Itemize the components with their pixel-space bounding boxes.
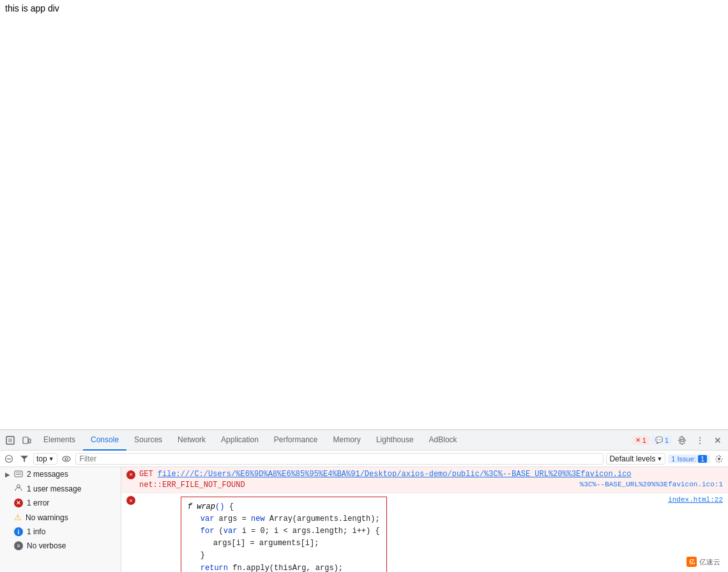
app-div-text: this is app div	[5, 3, 59, 13]
svg-rect-9	[15, 471, 22, 477]
console-entry-axios: ✕ axios==> index.html:22 f wrap() { var …	[121, 493, 728, 572]
console-entry-get-error: ✕ GET file:///C:/Users/%E6%9D%A8%E6%85%9…	[121, 467, 728, 493]
tab-sources[interactable]: Sources	[126, 430, 170, 451]
inspect-element-button[interactable]	[3, 433, 18, 448]
svg-rect-3	[29, 439, 31, 443]
sidebar-item-warnings[interactable]: ▶ ⚠ No warnings	[0, 510, 121, 525]
axios-source-link[interactable]: index.html:22	[668, 495, 723, 505]
clear-console-button[interactable]	[3, 452, 15, 465]
devtools-toolbar: Elements Console Sources Network Applica…	[0, 430, 728, 451]
more-options-button[interactable]: ⋮	[692, 433, 708, 448]
error-badge: ✕ 1	[632, 436, 649, 445]
warning-icon: ⚠	[14, 513, 22, 522]
message-badge: 💬 1	[652, 436, 672, 445]
tab-performance[interactable]: Performance	[266, 430, 326, 451]
error-icon: ✕	[14, 499, 23, 507]
sidebar-item-messages[interactable]: ▶ 2 messages	[0, 467, 121, 481]
console-filter-bar: top ▼ Default levels ▼ 1 Issue: 1	[0, 451, 728, 467]
error-url-link[interactable]: file:///C:/Users/%E6%9D%A8%E6%85%95%E4%B…	[158, 470, 632, 479]
entry-error-icon: ✕	[126, 470, 135, 479]
error-text: net::ERR_FILE_NOT_FOUND	[139, 481, 245, 490]
devtools-panel: Elements Console Sources Network Applica…	[0, 429, 728, 572]
console-messages-area: ▶ 2 messages ▶ 1	[0, 467, 728, 572]
tab-elements[interactable]: Elements	[36, 430, 83, 451]
svg-rect-2	[23, 437, 28, 444]
sidebar-item-verbose[interactable]: ▶ ≡ No verbose	[0, 539, 121, 553]
user-icon	[14, 484, 23, 491]
watermark: 亿 亿速云	[686, 557, 720, 567]
axios-code-block: f wrap() { var args = new Array(argument…	[181, 497, 387, 572]
default-levels-selector[interactable]: Default levels ▼	[606, 453, 665, 465]
context-selector[interactable]: top ▼	[33, 453, 57, 465]
chevron-down-icon: ▼	[49, 456, 54, 462]
tab-network[interactable]: Network	[170, 430, 213, 451]
info-icon: i	[14, 527, 23, 536]
messages-arrow-icon: ▶	[5, 471, 10, 478]
tab-application[interactable]: Application	[213, 430, 266, 451]
sidebar-item-user-messages[interactable]: ▶ 1 user message	[0, 481, 121, 496]
levels-chevron-icon: ▼	[656, 456, 662, 462]
filter-toggle-button[interactable]	[18, 452, 31, 465]
verbose-icon: ≡	[14, 541, 23, 550]
tab-adblock[interactable]: AdBlock	[421, 430, 465, 451]
tab-lighthouse[interactable]: Lighthouse	[368, 430, 421, 451]
devtools-tabs: Elements Console Sources Network Applica…	[36, 430, 631, 451]
svg-point-6	[63, 456, 70, 461]
console-main[interactable]: ✕ GET file:///C:/Users/%E6%9D%A8%E6%85%9…	[121, 467, 728, 572]
tab-memory[interactable]: Memory	[326, 430, 368, 451]
axios-code-content: axios==> index.html:22 f wrap() { var ar…	[139, 495, 723, 572]
close-devtools-button[interactable]: ✕	[710, 433, 725, 448]
sidebar-item-errors[interactable]: ▶ ✕ 1 error	[0, 496, 121, 510]
messages-icon	[14, 470, 23, 478]
get-keyword: GET	[139, 470, 158, 479]
console-sidebar: ▶ 2 messages ▶ 1	[0, 467, 121, 572]
svg-rect-1	[8, 438, 12, 442]
watermark-logo: 亿	[686, 557, 697, 567]
axios-entry-icon: ✕	[126, 496, 135, 506]
tab-console[interactable]: Console	[83, 430, 126, 451]
device-toggle-button[interactable]	[19, 433, 34, 448]
get-error-content: GET file:///C:/Users/%E6%9D%A8%E6%85%95%…	[139, 469, 723, 491]
toolbar-right: ✕ 1 💬 1 ⋮ ✕	[632, 433, 725, 448]
console-filter-input[interactable]	[75, 453, 604, 465]
issue-badge: 1 Issue: 1	[668, 454, 710, 463]
svg-point-8	[718, 458, 720, 460]
settings-button[interactable]	[674, 433, 690, 448]
svg-point-7	[65, 458, 68, 460]
issue-settings-button[interactable]	[713, 452, 725, 465]
error-source-link[interactable]: %3C%--BASE_URL%20%%3Efavicon.ico:1	[580, 480, 723, 490]
sidebar-item-info[interactable]: ▶ i 1 info	[0, 525, 121, 539]
page-content: this is app div	[0, 0, 728, 429]
eye-toggle-button[interactable]	[60, 452, 73, 465]
